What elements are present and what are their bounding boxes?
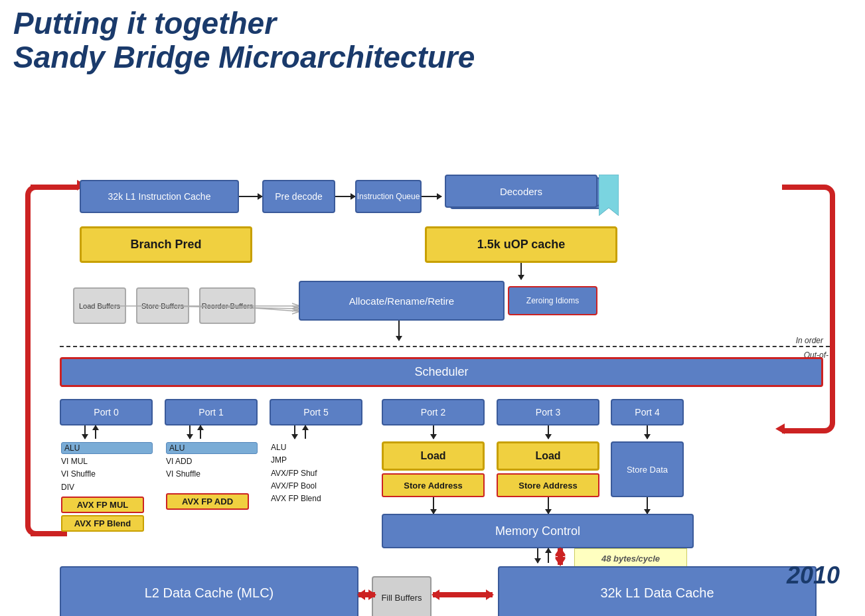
avx-fp-bool-label: AVX/FP Bool: [271, 480, 362, 493]
red-h-arrow-l2-fb: [358, 592, 375, 597]
store-data-box: Store Data: [611, 441, 684, 497]
arrow-port1-down: [189, 425, 191, 439]
port2-label: Port 2: [421, 407, 445, 418]
load2-box: Load: [497, 441, 599, 471]
port1-vi-items: VI ADD VI Shuffle: [166, 455, 258, 481]
arrow-port3-down: [548, 425, 549, 439]
zeroing-idioms-box: Zeroing Idioms: [508, 286, 597, 315]
store-buffers-box: Store Buffers: [136, 287, 189, 324]
store-buffers-label: Store Buffers: [141, 302, 184, 310]
branch-pred-label: Branch Pred: [130, 238, 201, 252]
arrow-mc-down: [537, 548, 538, 563]
port0-items: ALU VI MUL VI Shuffle DIV AVX FP MUL AVX…: [61, 441, 153, 532]
arrow-port1-up: [200, 425, 201, 439]
arrow-port3-items-down: [548, 497, 549, 514]
title-line1: Putting it together: [13, 6, 276, 40]
arrow-l1-to-predecode: [239, 196, 262, 197]
port1-label: Port 1: [198, 407, 223, 418]
port0-label: Port 0: [94, 407, 118, 418]
port4-box: Port 4: [611, 399, 684, 425]
in-order-label: In order: [796, 336, 823, 345]
arrow-port4-down: [647, 425, 648, 439]
instruction-queue-box: Instruction Queue: [355, 180, 422, 213]
arrow-store-data-down: [647, 497, 648, 514]
arrow-iq-to-decoders: [422, 196, 441, 197]
title-line2: Sandy Bridge Microarchitecture: [13, 40, 475, 74]
memory-control-label: Memory Control: [495, 524, 580, 538]
memory-control-box: Memory Control: [382, 514, 694, 548]
alu2-label: ALU: [166, 442, 258, 454]
div-label: DIV: [61, 481, 153, 494]
arrow-port2-items-down: [433, 497, 434, 514]
avx-fp-shuf-label: AVX/FP Shuf: [271, 467, 362, 480]
avx-fp-mul-label: AVX FP MUL: [61, 497, 144, 513]
decoders-label: Decoders: [500, 186, 542, 197]
instr-queue-label: Instruction Queue: [357, 192, 420, 201]
red-arrow-head-bottom-right: [770, 424, 785, 434]
port3-box: Port 3: [497, 399, 599, 425]
uop-cache-label: 1.5k uOP cache: [477, 238, 566, 252]
red-loop-right-arrow: [821, 185, 835, 433]
port1-items: ALU VI ADD VI Shuffle AVX FP ADD: [166, 441, 258, 509]
pre-decode-box: Pre decode: [262, 180, 335, 213]
l1-data-cache-box: 32k L1 Data Cache: [498, 566, 817, 616]
l1-instruction-cache-box: 32k L1 Instruction Cache: [80, 180, 239, 213]
alu1-label: ALU: [61, 442, 153, 454]
vi-mul-label: VI MUL: [61, 455, 153, 468]
uop-cache-box: 1.5k uOP cache: [425, 226, 617, 263]
cyan-arrow: [599, 175, 619, 216]
avx-fp-blend2-label: AVX FP Blend: [271, 493, 362, 505]
store-address1-label: Store Address: [404, 481, 462, 491]
scheduler-label: Scheduler: [414, 365, 468, 379]
l2-cache-box: L2 Data Cache (MLC): [60, 566, 358, 616]
store-data-label: Store Data: [627, 465, 668, 475]
l1-data-cache-label: 32k L1 Data Cache: [600, 585, 714, 601]
architecture-diagram: 32k L1 Instruction Cache Pre decode Inst…: [13, 82, 850, 593]
store-address2-label: Store Address: [518, 481, 577, 491]
port5-text-items: ALU JMP AVX/FP Shuf AVX/FP Bool AVX FP B…: [271, 441, 362, 505]
main-container: Putting it together Sandy Bridge Microar…: [0, 0, 865, 616]
year-label: 2010: [787, 562, 840, 589]
load-buffers-label: Load Buffers: [79, 302, 120, 310]
vi-add-label: VI ADD: [166, 455, 258, 468]
port5-items: ALU JMP AVX/FP Shuf AVX/FP Bool AVX FP B…: [271, 441, 362, 505]
port0-box: Port 0: [60, 399, 153, 425]
red-loop-left-arrow: [25, 185, 40, 536]
arrow-port0-up: [95, 425, 96, 439]
load2-label: Load: [535, 450, 560, 462]
red-loop-bottom-right: [782, 428, 822, 433]
zeroing-idioms-label: Zeroing Idioms: [526, 296, 579, 305]
port3-label: Port 3: [536, 407, 560, 418]
port5-label: Port 5: [303, 407, 328, 418]
in-order-divider: [60, 346, 830, 347]
arrow-predecode-to-iq: [335, 196, 355, 197]
load-buffers-box: Load Buffers: [73, 287, 126, 324]
port4-label: Port 4: [635, 407, 659, 418]
red-loop-bottom-left: [31, 531, 67, 536]
reorder-buffers-label: Reorder Buffers: [202, 302, 253, 310]
fill-buffers-label: Fill Buffers: [381, 593, 422, 603]
jmp-label: JMP: [271, 454, 362, 467]
vi-shuffle2-label: VI Shuffle: [166, 468, 258, 481]
arrow-port0-down: [84, 425, 86, 439]
l2-cache-label: L2 Data Cache (MLC): [145, 585, 274, 601]
port5-box: Port 5: [270, 399, 362, 425]
arrow-mc-up: [548, 548, 549, 563]
avx-fp-blend1-label: AVX FP Blend: [61, 515, 144, 532]
port1-box: Port 1: [165, 399, 258, 425]
red-v-arrow-mc: [558, 548, 563, 565]
red-loop-top-right: [782, 185, 822, 190]
load1-box: Load: [382, 441, 485, 471]
pre-decode-label: Pre decode: [275, 191, 323, 202]
arrow-port5-down: [294, 425, 295, 439]
red-loop-top-left: [31, 185, 77, 190]
l1-cache-label: 32k L1 Instruction Cache: [108, 191, 211, 202]
bytes-per-cycle-text: 48 bytes/cycle: [601, 554, 660, 564]
vi-shuffle1-label: VI Shuffle: [61, 468, 153, 481]
arrow-port5-up: [305, 425, 306, 439]
branch-pred-box: Branch Pred: [80, 226, 252, 263]
alu3-label: ALU: [271, 441, 362, 454]
bytes-per-cycle-label: 48 bytes/cycle: [574, 548, 687, 568]
store-address1-box: Store Address: [382, 473, 485, 497]
reorder-buffers-box: Reorder Buffers: [199, 287, 256, 324]
